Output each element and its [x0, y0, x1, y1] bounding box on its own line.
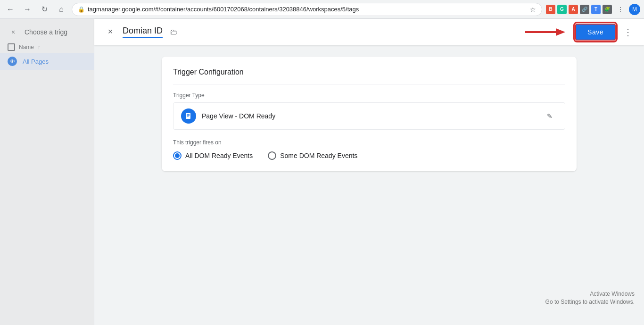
sidebar-title: Choose a trigg — [25, 28, 67, 36]
all-dom-ready-option[interactable]: All DOM Ready Events — [173, 151, 253, 160]
home-button[interactable]: ⌂ — [55, 3, 68, 16]
red-arrow-icon — [525, 25, 568, 39]
modal-actions: Save ⋮ — [525, 24, 636, 41]
all-dom-ready-radio[interactable] — [173, 151, 182, 160]
trigger-type-icon — [181, 108, 196, 124]
some-dom-ready-label: Some DOM Ready Events — [280, 152, 357, 159]
modal-close-button[interactable]: × — [102, 24, 119, 41]
more-button[interactable]: ⋮ — [614, 3, 627, 16]
all-pages-icon: 👁 — [8, 57, 17, 66]
lock-icon: 🔒 — [78, 6, 85, 13]
save-button[interactable]: Save — [575, 24, 616, 41]
pencil-icon: ✎ — [547, 112, 553, 120]
sort-arrow-icon[interactable]: ↑ — [38, 44, 41, 50]
svg-rect-2 — [186, 113, 190, 119]
star-icon[interactable]: ☆ — [530, 6, 536, 13]
sidebar-header: × Choose a trigg — [0, 23, 94, 42]
modal-panel: × Domian ID 🗁 Save ⋮ Trigger — [94, 19, 644, 325]
document-icon — [185, 112, 192, 120]
ext-bookmark-icon[interactable]: B — [546, 5, 555, 14]
windows-watermark: Activate Windows Go to Settings to activ… — [545, 290, 635, 306]
svg-rect-4 — [187, 115, 190, 116]
trigger-type-value: Page View - DOM Ready — [202, 112, 537, 120]
back-button[interactable]: ← — [4, 3, 17, 16]
more-options-button[interactable]: ⋮ — [619, 24, 636, 41]
sidebar-column-headers: Name ↑ — [0, 42, 94, 53]
forward-button[interactable]: → — [21, 3, 34, 16]
svg-rect-3 — [187, 114, 190, 115]
arrow-annotation — [525, 25, 568, 39]
ext-grammarly-icon[interactable]: G — [557, 5, 567, 14]
modal-header: × Domian ID 🗁 Save ⋮ — [94, 19, 644, 45]
trigger-type-row[interactable]: Page View - DOM Ready ✎ — [173, 102, 565, 130]
svg-marker-1 — [556, 28, 565, 36]
url-text: tagmanager.google.com/#/container/accoun… — [88, 6, 527, 13]
modal-title: Domian ID — [123, 26, 163, 38]
select-all-checkbox[interactable] — [8, 43, 15, 51]
sidebar: × Choose a trigg Name ↑ 👁 All Pages — [0, 19, 94, 325]
sidebar-item-all-pages[interactable]: 👁 All Pages — [0, 53, 94, 70]
all-pages-label: All Pages — [23, 58, 49, 65]
ext-acrobat-icon[interactable]: A — [569, 5, 578, 14]
sidebar-close-button[interactable]: × — [8, 26, 19, 38]
browser-actions: B G A 🔗 T 🧩 ⋮ M — [546, 3, 640, 16]
ext-translate-icon[interactable]: T — [591, 5, 601, 14]
ext-puzzle-icon[interactable]: 🧩 — [603, 5, 612, 14]
trigger-config-card: Trigger Configuration Trigger Type Page … — [162, 57, 577, 171]
reload-button[interactable]: ↻ — [38, 3, 51, 16]
some-dom-ready-option[interactable]: Some DOM Ready Events — [268, 151, 357, 160]
all-dom-ready-label: All DOM Ready Events — [185, 152, 253, 159]
trigger-type-label: Trigger Type — [173, 92, 565, 99]
svg-rect-5 — [187, 116, 189, 117]
main-layout: × Choose a trigg Name ↑ 👁 All Pages × Do… — [0, 19, 644, 325]
fires-on-label: This trigger fires on — [173, 139, 565, 146]
windows-line1: Activate Windows — [545, 290, 635, 298]
edit-trigger-button[interactable]: ✎ — [542, 108, 557, 124]
windows-line2: Go to Settings to activate Windows. — [545, 298, 635, 306]
profile-avatar[interactable]: M — [629, 4, 640, 15]
name-column-header: Name — [19, 44, 34, 50]
radio-group: All DOM Ready Events Some DOM Ready Even… — [173, 151, 565, 160]
folder-icon: 🗁 — [170, 28, 178, 36]
address-bar[interactable]: 🔒 tagmanager.google.com/#/container/acco… — [72, 3, 542, 16]
card-title: Trigger Configuration — [173, 68, 565, 84]
ext-link-icon[interactable]: 🔗 — [580, 5, 589, 14]
browser-chrome: ← → ↻ ⌂ 🔒 tagmanager.google.com/#/contai… — [0, 0, 644, 19]
modal-content: Trigger Configuration Trigger Type Page … — [94, 45, 644, 325]
some-dom-ready-radio[interactable] — [268, 151, 276, 160]
folder-button[interactable]: 🗁 — [166, 25, 182, 40]
